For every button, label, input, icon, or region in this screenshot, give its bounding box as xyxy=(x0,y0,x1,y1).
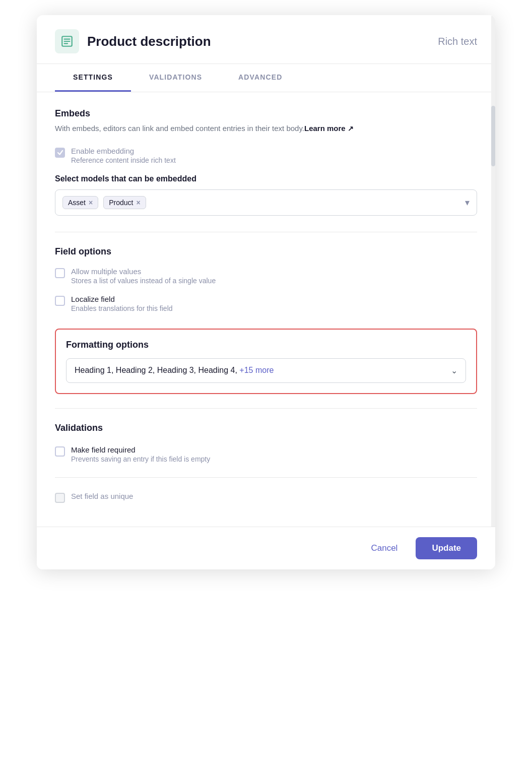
cancel-button[interactable]: Cancel xyxy=(361,538,408,558)
modal-title: Product description xyxy=(87,34,211,49)
divider-2 xyxy=(55,408,477,409)
localize-field-checkbox-wrap[interactable] xyxy=(55,296,65,306)
allow-multiple-labels: Allow multiple values Stores a list of v… xyxy=(71,267,216,285)
allow-multiple-checkbox-wrap[interactable] xyxy=(55,268,65,278)
embeds-description: With embeds, editors can link and embed … xyxy=(55,123,477,135)
set-unique-checkbox[interactable] xyxy=(55,493,65,503)
allow-multiple-checkbox[interactable] xyxy=(55,268,65,278)
validations-section: Validations Make field required Prevents… xyxy=(55,423,477,503)
tag-product-label: Product xyxy=(109,199,133,207)
embeds-section: Embeds With embeds, editors can link and… xyxy=(55,108,477,216)
tab-validations[interactable]: VALIDATIONS xyxy=(131,64,220,92)
modal-header: Product description Rich text xyxy=(37,15,495,64)
formatting-dropdown[interactable]: Heading 1, Heading 2, Heading 3, Heading… xyxy=(66,358,466,383)
make-required-label: Make field required xyxy=(71,445,210,454)
tag-product-remove[interactable]: × xyxy=(136,199,140,206)
localize-field-labels: Localize field Enables translations for … xyxy=(71,295,173,312)
set-unique-labels: Set field as unique xyxy=(71,492,133,500)
tag-product[interactable]: Product × xyxy=(103,196,146,209)
make-required-checkbox-wrap[interactable] xyxy=(55,446,65,457)
external-link-icon: ↗︎ xyxy=(348,123,354,134)
set-unique-row: Set field as unique xyxy=(55,492,477,503)
make-required-labels: Make field required Prevents saving an e… xyxy=(71,445,210,463)
validations-title: Validations xyxy=(55,423,477,433)
formatting-more-label: +15 more xyxy=(239,366,274,374)
tab-advanced[interactable]: ADVANCED xyxy=(220,64,300,92)
localize-field-label: Localize field xyxy=(71,295,173,303)
embeds-title: Embeds xyxy=(55,108,477,119)
tabs-bar: SETTINGS VALIDATIONS ADVANCED xyxy=(37,64,495,92)
make-required-row: Make field required Prevents saving an e… xyxy=(55,445,477,463)
set-unique-label: Set field as unique xyxy=(71,492,133,500)
modal-type-label: Rich text xyxy=(438,36,477,47)
formatting-options-box: Formatting options Heading 1, Heading 2,… xyxy=(55,329,477,394)
enable-embedding-checkbox-wrap[interactable] xyxy=(55,148,65,158)
checkmark-icon xyxy=(57,149,63,156)
header-icon-box xyxy=(55,29,79,53)
enable-embedding-checkbox[interactable] xyxy=(55,148,65,158)
models-label: Select models that can be embedded xyxy=(55,174,477,183)
divider-1 xyxy=(55,232,477,232)
models-select[interactable]: Asset × Product × ▾ xyxy=(55,189,477,216)
tag-asset-label: Asset xyxy=(68,199,86,207)
allow-multiple-sublabel: Stores a list of values instead of a sin… xyxy=(71,277,216,285)
modal-content: Embeds With embeds, editors can link and… xyxy=(37,92,495,569)
modal-container: Product description Rich text SETTINGS V… xyxy=(37,15,495,569)
scrollbar-track[interactable] xyxy=(491,15,495,569)
header-left: Product description xyxy=(55,29,211,53)
formatting-dropdown-arrow: ⌄ xyxy=(451,366,457,375)
enable-embedding-labels: Enable embedding Reference content insid… xyxy=(71,147,176,164)
allow-multiple-label: Allow multiple values xyxy=(71,267,216,276)
make-required-sublabel: Prevents saving an entry if this field i… xyxy=(71,455,210,463)
tag-asset-remove[interactable]: × xyxy=(89,199,93,206)
formatting-options-title: Formatting options xyxy=(66,340,466,350)
divider-3 xyxy=(55,477,477,478)
localize-field-checkbox[interactable] xyxy=(55,296,65,306)
enable-embedding-row: Enable embedding Reference content insid… xyxy=(55,147,477,164)
tags-select-arrow: ▾ xyxy=(465,197,470,208)
formatting-dropdown-text: Heading 1, Heading 2, Heading 3, Heading… xyxy=(75,366,274,375)
localize-field-sublabel: Enables translations for this field xyxy=(71,304,173,312)
field-options-section: Field options Allow multiple values Stor… xyxy=(55,246,477,312)
update-button[interactable]: Update xyxy=(416,537,477,559)
enable-embedding-sublabel: Reference content inside rich text xyxy=(71,156,176,164)
tab-settings[interactable]: SETTINGS xyxy=(55,64,131,92)
learn-more-link[interactable]: Learn more ↗︎ xyxy=(304,123,354,135)
modal-footer: Cancel Update xyxy=(37,527,495,569)
scrollbar-thumb[interactable] xyxy=(491,106,495,166)
set-unique-checkbox-wrap[interactable] xyxy=(55,493,65,503)
make-required-checkbox[interactable] xyxy=(55,446,65,457)
field-options-title: Field options xyxy=(55,246,477,257)
enable-embedding-label: Enable embedding xyxy=(71,147,176,155)
rich-text-icon xyxy=(60,35,74,48)
localize-field-row: Localize field Enables translations for … xyxy=(55,295,477,312)
allow-multiple-row: Allow multiple values Stores a list of v… xyxy=(55,267,477,285)
tag-asset[interactable]: Asset × xyxy=(62,196,98,209)
